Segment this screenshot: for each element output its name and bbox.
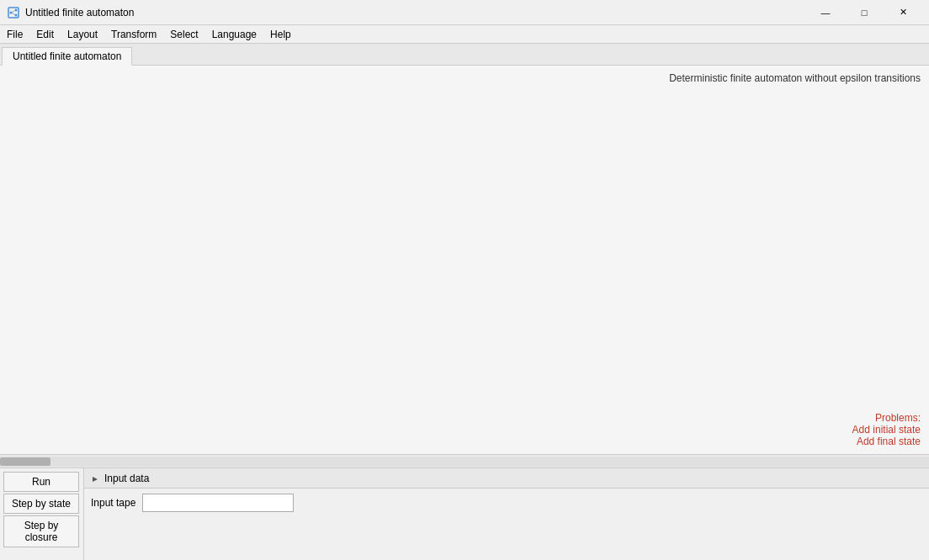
h-scrollbar[interactable] (0, 454, 929, 468)
right-controls: Input data Input tape (84, 468, 929, 560)
title-bar: Untitled finite automaton — □ ✕ (0, 0, 929, 25)
h-scrollbar-track[interactable] (0, 457, 929, 467)
menu-file[interactable]: File (0, 25, 29, 43)
menu-bar: File Edit Layout Transform Select Langua… (0, 25, 929, 44)
h-scrollbar-thumb[interactable] (0, 457, 50, 466)
main-area: Deterministic finite automaton without e… (0, 66, 929, 468)
menu-transform[interactable]: Transform (104, 25, 163, 43)
input-data-label: Input data (104, 473, 149, 484)
menu-layout[interactable]: Layout (61, 25, 104, 43)
svg-point-2 (15, 8, 18, 11)
problem-add-initial-state: Add initial state (852, 424, 921, 436)
svg-marker-6 (93, 477, 98, 482)
problems-header: Problems: (852, 412, 921, 424)
step-by-closure-button[interactable]: Step by closure (3, 515, 79, 547)
menu-help[interactable]: Help (263, 25, 298, 43)
canvas-area[interactable]: Deterministic finite automaton without e… (0, 66, 929, 454)
svg-line-5 (13, 13, 15, 14)
input-data-header: Input data (84, 468, 929, 489)
window-controls: — □ ✕ (806, 0, 922, 25)
maximize-button[interactable]: □ (845, 0, 884, 25)
left-controls: Run Step by state Step by closure (0, 468, 84, 560)
svg-point-3 (15, 13, 18, 16)
minimize-button[interactable]: — (806, 0, 845, 25)
menu-edit[interactable]: Edit (29, 25, 61, 43)
menu-language[interactable]: Language (205, 25, 263, 43)
bottom-panel: Run Step by state Step by closure Input … (0, 468, 929, 560)
svg-point-1 (10, 11, 13, 13)
svg-line-4 (13, 10, 15, 12)
menu-select[interactable]: Select (163, 25, 204, 43)
tab-label: Untitled finite automaton (13, 50, 121, 62)
input-tape-field[interactable] (142, 494, 294, 512)
step-by-state-button[interactable]: Step by state (3, 494, 79, 514)
problems-panel: Problems: Add initial state Add final st… (844, 405, 929, 454)
tab-untitled[interactable]: Untitled finite automaton (2, 47, 132, 66)
run-button[interactable]: Run (3, 472, 79, 492)
close-button[interactable]: ✕ (884, 0, 922, 25)
automaton-type-label: Deterministic finite automaton without e… (669, 72, 921, 84)
problem-add-final-state: Add final state (852, 436, 921, 447)
input-tape-row: Input tape (84, 489, 929, 517)
tab-bar: Untitled finite automaton (0, 44, 929, 66)
input-tape-label: Input tape (91, 497, 135, 509)
app-icon (7, 6, 20, 19)
triangle-icon (91, 474, 99, 483)
window-title: Untitled finite automaton (25, 7, 806, 18)
